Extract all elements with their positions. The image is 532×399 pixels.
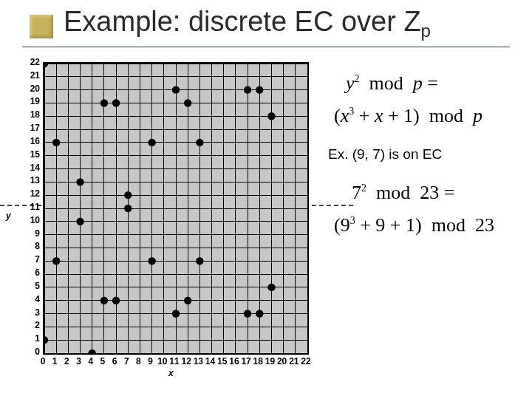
data-point [89,349,96,353]
data-point [76,178,83,185]
title-bullet-box [30,15,53,38]
data-point [100,99,108,106]
x-tick: 0 [41,356,46,366]
x-tick: 13 [194,356,203,366]
y-tick: 11 [16,202,40,211]
data-point [148,257,155,265]
data-point [124,191,132,199]
data-point [256,86,263,93]
y-tick: 5 [16,282,40,290]
plot-svg [44,64,307,353]
data-point [112,99,120,106]
x-tick: 14 [205,356,215,366]
x-tick: 3 [76,356,81,366]
data-point [172,86,180,93]
y-tick: 20 [16,84,40,93]
x-tick: 12 [181,356,191,366]
x-tick: 11 [169,356,179,366]
y-tick: 6 [16,268,40,277]
example-annotation: Ex. (9, 7) is on EC [328,146,442,163]
x-axis-label: x [168,368,174,378]
y-tick: 13 [16,176,40,185]
x-tick: 19 [265,356,275,366]
data-point [244,310,251,317]
data-point [100,297,108,304]
data-point [196,257,203,265]
x-tick: 1 [52,356,58,366]
formula-y2-mod-p: y2 mod p = [346,72,438,95]
y-tick: 8 [16,242,40,250]
y-tick: 22 [16,58,40,66]
data-point [267,284,275,291]
y-axis-label: y [6,211,11,221]
x-tick: 9 [148,356,153,366]
x-tick: 6 [112,356,117,366]
data-point [112,297,120,304]
x-tick: 10 [157,356,167,366]
x-tick: 21 [289,356,299,366]
data-point [148,139,155,146]
y-tick: 1 [16,334,40,343]
y-tick: 7 [16,255,40,264]
data-point [52,257,60,265]
formula-72-mod-23: 72 mod 23 = [352,182,454,204]
data-point [124,205,132,212]
x-tick: 4 [88,356,93,366]
x-tick: 5 [100,356,106,366]
y-tick: 0 [16,347,40,356]
data-point [196,139,203,146]
x-tick: 16 [229,356,239,366]
data-point [184,297,191,304]
x-tick: 22 [301,356,310,366]
ec-scatter-chart: 012345678910111213141516171819202122 y 0… [16,59,319,377]
data-point [76,218,83,225]
y-tick: 4 [16,295,40,304]
x-tick: 17 [241,356,250,366]
y-tick: 2 [16,321,40,330]
x-tick: 7 [124,356,129,366]
title-underline [22,46,510,48]
y-tick: 3 [16,308,40,317]
x-tick: 18 [253,356,263,366]
y-tick: 9 [16,229,40,238]
y-tick: 10 [16,216,40,225]
data-point [44,336,48,344]
data-point [44,64,48,67]
y-tick-labels: 012345678910111213141516171819202122 [16,59,41,377]
y-tick: 12 [16,189,40,198]
formula-x3x1-mod-p: (x3 + x + 1) mod p [334,105,482,127]
data-point [256,310,263,317]
slide-title: Example: discrete EC over Zp [64,6,431,38]
x-tick: 15 [217,356,227,366]
plot-area [43,62,309,355]
data-point [172,310,180,317]
data-point [244,86,251,93]
data-point [52,139,60,146]
y-tick: 17 [16,123,40,132]
formula-93-mod-23: (93 + 9 + 1) mod 23 [334,214,494,236]
y-tick: 18 [16,110,40,119]
x-tick: 20 [277,356,287,366]
y-tick: 16 [16,137,40,146]
y-tick: 15 [16,150,40,159]
y-tick: 14 [16,163,40,172]
data-point [267,112,275,120]
data-point [184,99,191,106]
x-tick-labels: 012345678910111213141516171819202122 [43,356,309,368]
x-tick: 2 [64,356,69,366]
x-tick: 8 [136,356,141,366]
y-tick: 21 [16,71,40,80]
y-tick: 19 [16,97,40,106]
